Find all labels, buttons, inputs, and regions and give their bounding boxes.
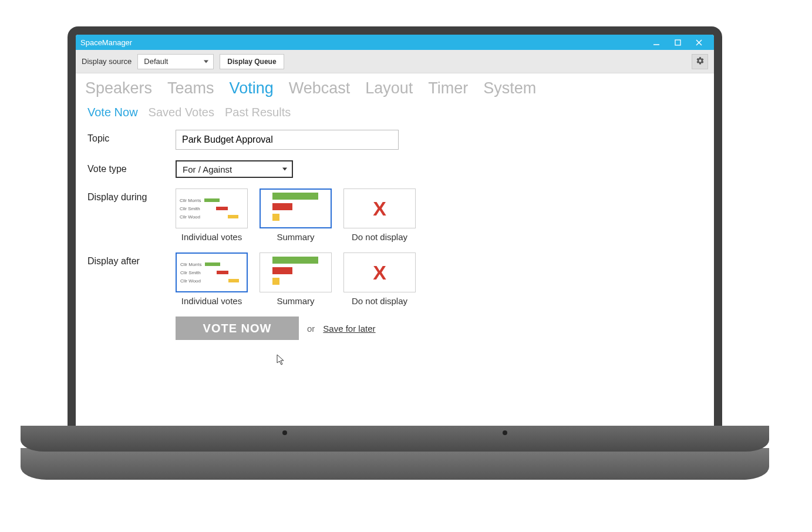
vote-form: Topic Vote type For / Against Display du…: [76, 127, 714, 342]
primary-tabs: Speakers Teams Voting Webcast Layout Tim…: [76, 73, 714, 100]
svg-rect-1: [675, 40, 680, 45]
during-option-individual[interactable]: Cllr Morris Cllr Smith Cllr Wood: [176, 188, 248, 228]
tab-layout[interactable]: Layout: [365, 79, 413, 97]
summary-icon: [272, 193, 319, 224]
during-option-none-label: Do not display: [343, 232, 416, 242]
after-option-individual-label: Individual votes: [176, 296, 248, 306]
after-option-summary-label: Summary: [260, 296, 332, 306]
tab-system[interactable]: System: [483, 79, 536, 97]
titlebar: SpaceManager: [76, 35, 714, 50]
tab-voting[interactable]: Voting: [230, 79, 274, 97]
display-queue-button[interactable]: Display Queue: [220, 54, 284, 69]
during-option-summary[interactable]: [260, 188, 332, 228]
individual-votes-icon: Cllr Morris Cllr Smith Cllr Wood: [180, 260, 243, 285]
display-during-label: Display during: [87, 188, 176, 203]
during-option-summary-label: Summary: [260, 232, 332, 242]
individual-votes-icon: Cllr Morris Cllr Smith Cllr Wood: [180, 196, 244, 221]
topic-input[interactable]: [176, 130, 399, 150]
after-option-none[interactable]: X: [343, 252, 416, 292]
after-option-individual[interactable]: Cllr Morris Cllr Smith Cllr Wood: [176, 252, 248, 292]
subtab-past-results[interactable]: Past Results: [225, 106, 291, 119]
vote-now-button[interactable]: VOTE NOW: [176, 316, 299, 340]
cursor-icon: [277, 354, 286, 366]
toolbar: Display source Default Display Queue: [76, 50, 714, 73]
chevron-down-icon: [204, 60, 208, 63]
subtab-saved-votes[interactable]: Saved Votes: [149, 106, 214, 119]
tab-webcast[interactable]: Webcast: [289, 79, 351, 97]
display-after-label: Display after: [87, 252, 176, 267]
during-option-none[interactable]: X: [343, 188, 416, 228]
vote-type-value: For / Against: [183, 164, 232, 174]
gear-icon: [696, 56, 705, 67]
window-minimize-button[interactable]: [646, 35, 667, 50]
display-source-select[interactable]: Default: [137, 54, 214, 69]
tab-timer[interactable]: Timer: [428, 79, 468, 97]
x-icon: X: [373, 197, 386, 220]
after-option-none-label: Do not display: [343, 296, 416, 306]
vote-type-label: Vote type: [87, 160, 176, 174]
save-for-later-link[interactable]: Save for later: [323, 324, 375, 334]
during-option-individual-label: Individual votes: [176, 232, 248, 242]
window-maximize-button[interactable]: [667, 35, 688, 50]
tab-teams[interactable]: Teams: [167, 79, 214, 97]
settings-button[interactable]: [692, 54, 708, 69]
secondary-tabs: Vote Now Saved Votes Past Results: [76, 100, 714, 127]
vote-type-select[interactable]: For / Against: [176, 160, 293, 178]
tab-speakers[interactable]: Speakers: [85, 79, 152, 97]
x-icon: X: [373, 261, 386, 284]
window-title: SpaceManager: [80, 38, 646, 47]
display-source-value: Default: [144, 57, 168, 66]
or-text: or: [307, 324, 315, 334]
display-source-label: Display source: [82, 57, 132, 66]
after-option-summary[interactable]: [260, 252, 332, 292]
subtab-vote-now[interactable]: Vote Now: [87, 106, 138, 119]
topic-label: Topic: [87, 130, 176, 144]
summary-icon: [272, 257, 319, 288]
chevron-down-icon: [282, 168, 287, 171]
window-close-button[interactable]: [688, 35, 709, 50]
